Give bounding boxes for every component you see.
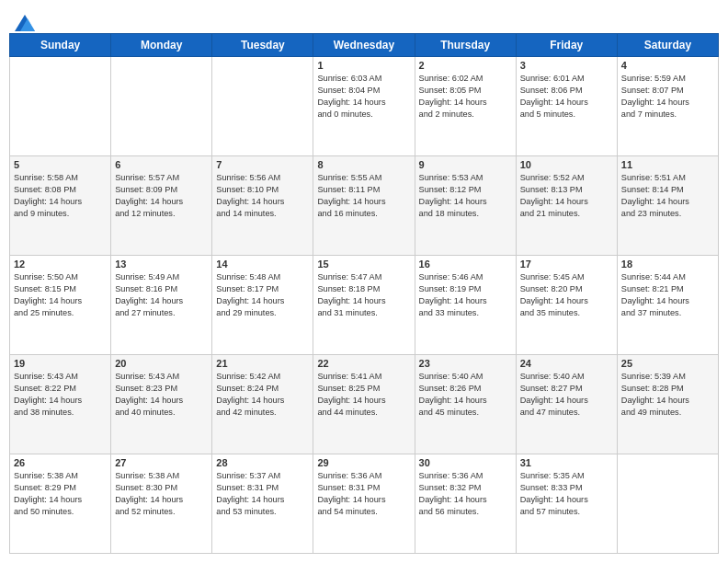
day-number: 3 (520, 60, 613, 71)
calendar-cell: 27Sunrise: 5:38 AM Sunset: 8:30 PM Dayli… (111, 454, 212, 554)
cell-content: Sunrise: 5:53 AM Sunset: 8:12 PM Dayligh… (419, 172, 512, 220)
calendar-body: 1Sunrise: 6:03 AM Sunset: 8:04 PM Daylig… (10, 57, 719, 554)
calendar-cell: 30Sunrise: 5:36 AM Sunset: 8:32 PM Dayli… (415, 454, 516, 554)
calendar-cell: 12Sunrise: 5:50 AM Sunset: 8:15 PM Dayli… (10, 256, 111, 355)
weekday-header: Tuesday (212, 34, 313, 57)
day-number: 14 (216, 259, 309, 270)
weekday-header: Thursday (415, 34, 516, 57)
logo-icon (15, 15, 35, 31)
cell-content: Sunrise: 6:01 AM Sunset: 8:06 PM Dayligh… (520, 73, 613, 121)
calendar-cell: 19Sunrise: 5:43 AM Sunset: 8:22 PM Dayli… (10, 355, 111, 454)
calendar-cell: 21Sunrise: 5:42 AM Sunset: 8:24 PM Dayli… (212, 355, 313, 454)
calendar-cell (10, 57, 111, 156)
cell-content: Sunrise: 5:39 AM Sunset: 8:28 PM Dayligh… (621, 371, 714, 419)
logo (13, 17, 35, 28)
calendar-cell (111, 57, 212, 156)
cell-content: Sunrise: 5:46 AM Sunset: 8:19 PM Dayligh… (419, 271, 512, 319)
cell-content: Sunrise: 5:45 AM Sunset: 8:20 PM Dayligh… (520, 271, 613, 319)
cell-content: Sunrise: 5:48 AM Sunset: 8:17 PM Dayligh… (216, 271, 309, 319)
calendar-cell: 20Sunrise: 5:43 AM Sunset: 8:23 PM Dayli… (111, 355, 212, 454)
calendar-cell: 8Sunrise: 5:55 AM Sunset: 8:11 PM Daylig… (313, 156, 415, 256)
weekday-header: Saturday (617, 34, 718, 57)
cell-content: Sunrise: 5:40 AM Sunset: 8:27 PM Dayligh… (520, 371, 613, 419)
calendar-cell (617, 454, 718, 554)
day-number: 7 (216, 159, 309, 170)
calendar-cell: 22Sunrise: 5:41 AM Sunset: 8:25 PM Dayli… (313, 355, 415, 454)
calendar-cell: 25Sunrise: 5:39 AM Sunset: 8:28 PM Dayli… (617, 355, 718, 454)
day-number: 31 (520, 457, 613, 468)
calendar-cell: 5Sunrise: 5:58 AM Sunset: 8:08 PM Daylig… (10, 156, 111, 256)
cell-content: Sunrise: 5:59 AM Sunset: 8:07 PM Dayligh… (621, 73, 714, 121)
cell-content: Sunrise: 5:52 AM Sunset: 8:13 PM Dayligh… (520, 172, 613, 220)
weekday-header: Wednesday (313, 34, 415, 57)
calendar-cell: 18Sunrise: 5:44 AM Sunset: 8:21 PM Dayli… (617, 256, 718, 355)
day-number: 19 (14, 358, 107, 369)
day-number: 15 (317, 259, 410, 270)
day-number: 6 (115, 159, 208, 170)
calendar-cell (212, 57, 313, 156)
day-number: 24 (520, 358, 613, 369)
calendar-cell: 2Sunrise: 6:02 AM Sunset: 8:05 PM Daylig… (415, 57, 516, 156)
calendar-cell: 31Sunrise: 5:35 AM Sunset: 8:33 PM Dayli… (516, 454, 617, 554)
calendar-week-row: 1Sunrise: 6:03 AM Sunset: 8:04 PM Daylig… (10, 57, 719, 156)
day-number: 5 (14, 159, 107, 170)
calendar-cell: 29Sunrise: 5:36 AM Sunset: 8:31 PM Dayli… (313, 454, 415, 554)
cell-content: Sunrise: 5:50 AM Sunset: 8:15 PM Dayligh… (14, 271, 107, 319)
calendar-cell: 16Sunrise: 5:46 AM Sunset: 8:19 PM Dayli… (415, 256, 516, 355)
day-number: 10 (520, 159, 613, 170)
day-number: 21 (216, 358, 309, 369)
day-number: 27 (115, 457, 208, 468)
day-number: 16 (419, 259, 512, 270)
cell-content: Sunrise: 5:38 AM Sunset: 8:29 PM Dayligh… (14, 470, 107, 518)
cell-content: Sunrise: 6:03 AM Sunset: 8:04 PM Dayligh… (317, 73, 410, 121)
day-number: 30 (419, 457, 512, 468)
calendar-cell: 10Sunrise: 5:52 AM Sunset: 8:13 PM Dayli… (516, 156, 617, 256)
calendar-cell: 28Sunrise: 5:37 AM Sunset: 8:31 PM Dayli… (212, 454, 313, 554)
calendar-cell: 14Sunrise: 5:48 AM Sunset: 8:17 PM Dayli… (212, 256, 313, 355)
day-number: 23 (419, 358, 512, 369)
cell-content: Sunrise: 5:36 AM Sunset: 8:32 PM Dayligh… (419, 470, 512, 518)
calendar-cell: 9Sunrise: 5:53 AM Sunset: 8:12 PM Daylig… (415, 156, 516, 256)
day-number: 28 (216, 457, 309, 468)
cell-content: Sunrise: 5:43 AM Sunset: 8:23 PM Dayligh… (115, 371, 208, 419)
cell-content: Sunrise: 5:47 AM Sunset: 8:18 PM Dayligh… (317, 271, 410, 319)
cell-content: Sunrise: 5:41 AM Sunset: 8:25 PM Dayligh… (317, 371, 410, 419)
cell-content: Sunrise: 5:38 AM Sunset: 8:30 PM Dayligh… (115, 470, 208, 518)
cell-content: Sunrise: 6:02 AM Sunset: 8:05 PM Dayligh… (419, 73, 512, 121)
calendar-cell: 23Sunrise: 5:40 AM Sunset: 8:26 PM Dayli… (415, 355, 516, 454)
cell-content: Sunrise: 5:42 AM Sunset: 8:24 PM Dayligh… (216, 371, 309, 419)
calendar-week-row: 12Sunrise: 5:50 AM Sunset: 8:15 PM Dayli… (10, 256, 719, 355)
calendar-cell: 13Sunrise: 5:49 AM Sunset: 8:16 PM Dayli… (111, 256, 212, 355)
calendar-cell: 24Sunrise: 5:40 AM Sunset: 8:27 PM Dayli… (516, 355, 617, 454)
day-number: 9 (419, 159, 512, 170)
cell-content: Sunrise: 5:37 AM Sunset: 8:31 PM Dayligh… (216, 470, 309, 518)
day-number: 13 (115, 259, 208, 270)
calendar-cell: 1Sunrise: 6:03 AM Sunset: 8:04 PM Daylig… (313, 57, 415, 156)
weekday-header: Monday (111, 34, 212, 57)
cell-content: Sunrise: 5:55 AM Sunset: 8:11 PM Dayligh… (317, 172, 410, 220)
cell-content: Sunrise: 5:40 AM Sunset: 8:26 PM Dayligh… (419, 371, 512, 419)
calendar-cell: 7Sunrise: 5:56 AM Sunset: 8:10 PM Daylig… (212, 156, 313, 256)
day-number: 29 (317, 457, 410, 468)
header (9, 9, 719, 33)
day-number: 12 (14, 259, 107, 270)
weekday-header: Friday (516, 34, 617, 57)
day-number: 11 (621, 159, 714, 170)
calendar-week-row: 5Sunrise: 5:58 AM Sunset: 8:08 PM Daylig… (10, 156, 719, 256)
calendar-cell: 26Sunrise: 5:38 AM Sunset: 8:29 PM Dayli… (10, 454, 111, 554)
calendar-cell: 3Sunrise: 6:01 AM Sunset: 8:06 PM Daylig… (516, 57, 617, 156)
cell-content: Sunrise: 5:51 AM Sunset: 8:14 PM Dayligh… (621, 172, 714, 220)
calendar-cell: 4Sunrise: 5:59 AM Sunset: 8:07 PM Daylig… (617, 57, 718, 156)
page: SundayMondayTuesdayWednesdayThursdayFrid… (0, 0, 728, 563)
calendar-week-row: 19Sunrise: 5:43 AM Sunset: 8:22 PM Dayli… (10, 355, 719, 454)
day-number: 2 (419, 60, 512, 71)
weekday-header: Sunday (10, 34, 111, 57)
cell-content: Sunrise: 5:57 AM Sunset: 8:09 PM Dayligh… (115, 172, 208, 220)
calendar-cell: 15Sunrise: 5:47 AM Sunset: 8:18 PM Dayli… (313, 256, 415, 355)
cell-content: Sunrise: 5:36 AM Sunset: 8:31 PM Dayligh… (317, 470, 410, 518)
day-number: 20 (115, 358, 208, 369)
calendar-cell: 17Sunrise: 5:45 AM Sunset: 8:20 PM Dayli… (516, 256, 617, 355)
day-number: 17 (520, 259, 613, 270)
cell-content: Sunrise: 5:44 AM Sunset: 8:21 PM Dayligh… (621, 271, 714, 319)
calendar-week-row: 26Sunrise: 5:38 AM Sunset: 8:29 PM Dayli… (10, 454, 719, 554)
